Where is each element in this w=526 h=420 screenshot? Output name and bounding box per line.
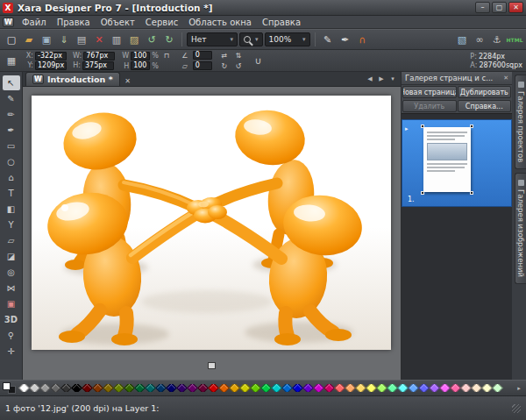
save-icon[interactable]: ▣ xyxy=(39,32,54,47)
color-swatch[interactable] xyxy=(292,384,303,392)
ellipse-tool[interactable]: ○ xyxy=(3,154,20,169)
color-swatch[interactable] xyxy=(60,384,72,392)
color-swatch[interactable] xyxy=(187,384,198,392)
color-swatch[interactable] xyxy=(134,384,146,392)
color-swatch[interactable] xyxy=(313,384,324,392)
color-swatch[interactable] xyxy=(92,384,103,392)
color-swatch[interactable] xyxy=(176,384,188,392)
color-swatch[interactable] xyxy=(481,384,493,392)
lock-aspect-icon[interactable]: ⊓ xyxy=(160,51,173,61)
color-swatch[interactable] xyxy=(429,384,440,392)
color-swatch[interactable] xyxy=(18,384,29,392)
x-position-field[interactable]: -322px xyxy=(35,52,67,61)
menu-item[interactable]: Правка xyxy=(52,16,96,28)
rotate-angle-field[interactable]: 0 xyxy=(193,51,212,60)
print-icon[interactable]: ▤ xyxy=(74,32,89,47)
color-swatch[interactable] xyxy=(229,384,240,392)
next-tab-icon[interactable]: ▶ xyxy=(376,74,387,85)
contour-tool[interactable]: ◎ xyxy=(3,265,20,280)
open-folder-icon[interactable]: ▰ xyxy=(21,32,37,47)
expand-triangle-icon[interactable]: ▸ xyxy=(405,125,409,132)
photo-object[interactable] xyxy=(32,96,391,350)
help-button[interactable]: Справка... xyxy=(458,100,512,112)
freehand-brush-tool[interactable]: ✎ xyxy=(3,91,20,106)
zoom-level-dropdown[interactable]: 100% ▾ xyxy=(265,32,310,46)
feather-dropdown[interactable]: Нет ▾ xyxy=(187,32,238,46)
selected-page-item[interactable]: ▸ 1. xyxy=(402,119,512,207)
color-swatch[interactable] xyxy=(334,384,345,392)
copy-icon[interactable]: ▥ xyxy=(109,32,124,47)
color-swatch[interactable] xyxy=(460,384,472,392)
menu-item[interactable]: Файл xyxy=(17,16,52,28)
tab-close-icon[interactable]: ✕ xyxy=(123,75,133,86)
minimize-button[interactable]: – xyxy=(475,2,490,13)
extrude-3d-tool[interactable]: 3D xyxy=(3,312,20,327)
pen-icon[interactable]: ✎ xyxy=(320,32,336,47)
flip-vertical-icon[interactable]: ⇅ xyxy=(232,51,245,61)
new-page-button[interactable]: Новая страница xyxy=(402,86,457,98)
text-tool[interactable]: T xyxy=(3,186,20,201)
menu-item[interactable]: Справка xyxy=(257,16,306,28)
color-swatch[interactable] xyxy=(492,384,503,392)
flip-horizontal-icon[interactable]: ⇄ xyxy=(218,51,231,61)
snap-magnet-icon[interactable]: ∩ xyxy=(355,32,371,47)
color-swatch[interactable] xyxy=(366,384,377,392)
color-swatch[interactable] xyxy=(471,384,482,392)
width-field[interactable]: 767px xyxy=(83,52,115,61)
tab-list-icon[interactable]: ▾ xyxy=(387,74,398,85)
close-button[interactable]: ✕ xyxy=(508,2,523,13)
color-swatch[interactable] xyxy=(197,384,209,392)
gallery-close-icon[interactable]: ✕ xyxy=(503,75,508,82)
rotate-ccw-icon[interactable]: ↺ xyxy=(232,61,245,71)
quickshape-tool[interactable]: ⌂ xyxy=(3,170,20,185)
selector-tool[interactable]: ↖ xyxy=(3,75,20,90)
color-swatch[interactable] xyxy=(450,384,461,392)
new-document-icon[interactable]: ▢ xyxy=(4,32,19,47)
zoom-tool-dropdown[interactable]: ▾ xyxy=(239,32,263,46)
import-icon[interactable]: ⇓ xyxy=(56,32,72,47)
page-thumbnail[interactable] xyxy=(423,127,471,192)
color-swatch[interactable] xyxy=(281,384,293,392)
color-swatch[interactable] xyxy=(376,384,387,392)
nib-icon[interactable]: ✒ xyxy=(338,32,353,47)
palette-scroll-icon[interactable]: ▸ xyxy=(515,385,523,392)
tab-image-gallery[interactable]: Галерея изображений xyxy=(515,173,526,284)
shadow-tool[interactable]: ▱ xyxy=(3,233,20,248)
height-field[interactable]: 375px xyxy=(82,61,114,70)
color-swatch[interactable] xyxy=(387,384,398,392)
color-swatch[interactable] xyxy=(50,384,61,392)
color-swatch[interactable] xyxy=(145,384,156,392)
height-percent-field[interactable]: 100 xyxy=(131,61,150,70)
document-tab[interactable]: W Introduction * xyxy=(25,72,120,86)
delete-icon[interactable]: ✕ xyxy=(91,32,107,47)
menu-item[interactable]: Область окна xyxy=(183,16,257,28)
menu-item[interactable]: Объект xyxy=(96,16,140,28)
color-swatch[interactable] xyxy=(166,384,177,392)
shape-editor-tool[interactable]: ✏ xyxy=(3,107,20,122)
color-swatch[interactable] xyxy=(345,384,356,392)
resize-grip[interactable] xyxy=(512,404,521,413)
color-swatch[interactable] xyxy=(439,384,451,392)
canvas[interactable] xyxy=(23,87,401,380)
maximize-button[interactable]: ▢ xyxy=(492,2,507,13)
color-swatch[interactable] xyxy=(39,384,51,392)
grid-snap-icon[interactable]: ▦ xyxy=(4,53,19,68)
html-export-icon[interactable]: HTML xyxy=(507,32,522,47)
anchor-icon[interactable]: ⚓ xyxy=(489,32,505,47)
menu-item[interactable]: Сервис xyxy=(140,16,183,28)
rotate-cw-icon[interactable]: ↻ xyxy=(218,61,231,71)
pen-tool[interactable]: ✒ xyxy=(3,123,20,138)
fill-line-color-indicator[interactable] xyxy=(3,382,16,394)
color-swatch[interactable] xyxy=(250,384,261,392)
gallery-header[interactable]: Галерея страниц и с... ✕ xyxy=(402,72,512,85)
photo-export-icon[interactable]: ▧ xyxy=(454,32,470,47)
color-swatch[interactable] xyxy=(397,384,409,392)
redo-icon[interactable]: ↻ xyxy=(161,32,177,47)
undo-icon[interactable]: ↺ xyxy=(144,32,160,47)
color-swatch[interactable] xyxy=(408,384,419,392)
color-swatch[interactable] xyxy=(260,384,272,392)
previous-tab-icon[interactable]: ◀ xyxy=(365,74,375,85)
horizontal-scrollbar[interactable] xyxy=(26,361,397,369)
color-swatch[interactable] xyxy=(124,384,135,392)
color-swatch[interactable] xyxy=(29,384,40,392)
